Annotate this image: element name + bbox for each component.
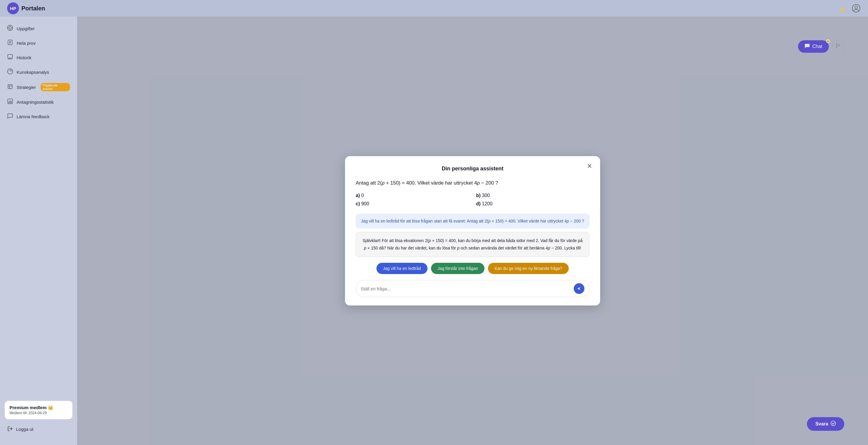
chat-button-area: Chat (798, 40, 844, 53)
premium-card: Premium medlem 👑 Medlem till: 2024-08-29 (5, 401, 72, 419)
chat-input[interactable] (361, 286, 571, 291)
strategier-badge: Pågående arbete! (41, 83, 70, 91)
stats-icon (7, 98, 13, 106)
sidebar-label-hela-prov: Hela prov (17, 41, 36, 46)
option-b-value: 300 (482, 193, 490, 198)
chat-notification-dot (826, 39, 830, 43)
option-d-value: 1200 (482, 201, 493, 206)
svg-point-24 (831, 421, 836, 426)
sidebar-item-kunskapsanalys[interactable]: Kunskapsanalys (0, 65, 77, 79)
svara-button[interactable]: Svara (807, 417, 844, 431)
sidebar-item-antagningsstatistik[interactable]: Antagningsstatistik (0, 95, 77, 109)
topbar-icons: 🌙 (837, 4, 861, 13)
logout-icon (7, 426, 13, 433)
dashboard-icon (7, 25, 13, 32)
modal-close-button[interactable]: ✕ (585, 162, 594, 171)
sidebar-label-strategier: Strategier (17, 85, 36, 90)
premium-subtitle: Medlem till: 2024-08-29 (9, 411, 68, 415)
sidebar-item-historik[interactable]: Historik (0, 50, 77, 65)
ledtrad-button[interactable]: Jag vill ha en ledtråd (376, 263, 428, 274)
topbar: HP Portalen 🌙 (0, 0, 868, 16)
premium-title: Premium medlem 👑 (9, 405, 68, 410)
sidebar-nav: Uppgifter Hela prov Historik Kunskapsana… (0, 21, 77, 396)
svara-check-icon (831, 421, 836, 427)
ny-fraga-button[interactable]: Kan du ge mig en ny liknande fråga? (488, 263, 569, 274)
strategy-icon (7, 83, 13, 91)
option-c: c) 900 (356, 201, 469, 206)
chat-icon (805, 43, 810, 50)
sidebar-label-uppgifter: Uppgifter (17, 26, 35, 31)
svg-rect-22 (11, 101, 11, 103)
svg-point-3 (9, 27, 11, 29)
assistant-chat-message: Självklart! För att lösa ekvationen 2(p … (356, 232, 589, 257)
quick-buttons: Jag vill ha en ledtråd Jag förstår inte … (356, 263, 589, 274)
test-icon (7, 39, 13, 47)
question-text: Antag att 2(p + 150) = 400. Vilket värde… (356, 179, 589, 187)
option-c-value: 900 (361, 201, 369, 206)
dark-mode-icon[interactable]: 🌙 (837, 4, 847, 13)
chat-input-row (356, 280, 589, 297)
sidebar-item-lamna-feedback[interactable]: Lämna feedback (0, 109, 77, 124)
content-area: ✕ Din personliga assistent Antag att 2(p… (77, 16, 868, 445)
option-a: a) 0 (356, 193, 469, 198)
svg-point-1 (855, 6, 858, 9)
sidebar-item-strategier[interactable]: Strategier Pågående arbete! (0, 79, 77, 95)
sidebar-item-uppgifter[interactable]: Uppgifter (0, 21, 77, 36)
options-grid: a) 0 b) 300 c) 900 d) 1200 (356, 193, 589, 206)
chat-button-label: Chat (812, 44, 822, 49)
user-profile-icon[interactable] (851, 4, 861, 13)
sidebar-label-kunskapsanalys: Kunskapsanalys (17, 70, 49, 75)
feedback-icon (7, 113, 13, 120)
assistant-modal: ✕ Din personliga assistent Antag att 2(p… (345, 156, 600, 306)
modal-overlay: ✕ Din personliga assistent Antag att 2(p… (77, 16, 868, 445)
sidebar-label-lamna-feedback: Lämna feedback (17, 114, 50, 119)
modal-title: Din personliga assistent (356, 166, 589, 172)
svg-rect-21 (10, 100, 10, 103)
history-icon (7, 54, 13, 61)
analytics-icon (7, 68, 13, 76)
logo-text: Portalen (21, 5, 45, 12)
option-b: b) 300 (476, 193, 589, 198)
logo: HP Portalen (7, 2, 45, 14)
svg-rect-16 (8, 84, 12, 89)
sidebar-item-hela-prov[interactable]: Hela prov (0, 36, 77, 50)
sidebar-label-historik: Historik (17, 55, 31, 60)
chat-open-button[interactable]: Chat (798, 40, 829, 53)
flag-button[interactable] (832, 41, 844, 53)
sidebar: Uppgifter Hela prov Historik Kunskapsana… (0, 16, 77, 445)
svara-label: Svara (815, 421, 828, 426)
sidebar-bottom: Premium medlem 👑 Medlem till: 2024-08-29… (0, 396, 77, 440)
option-d: d) 1200 (476, 201, 589, 206)
logo-icon: HP (7, 2, 19, 14)
sidebar-label-antagningsstatistik: Antagningsstatistik (17, 100, 54, 105)
logout-item[interactable]: Logga ut (5, 423, 72, 436)
user-chat-message: Jag vill ha en ledtråd för att lösa fråg… (356, 214, 589, 229)
logout-label: Logga ut (16, 426, 33, 432)
main-layout: Uppgifter Hela prov Historik Kunskapsana… (0, 16, 868, 445)
svg-rect-12 (8, 55, 12, 58)
forstar-inte-button[interactable]: Jag förstår inte frågan (431, 263, 485, 274)
svg-rect-20 (9, 102, 9, 103)
option-a-value: 0 (361, 193, 364, 198)
send-button[interactable] (574, 283, 584, 294)
